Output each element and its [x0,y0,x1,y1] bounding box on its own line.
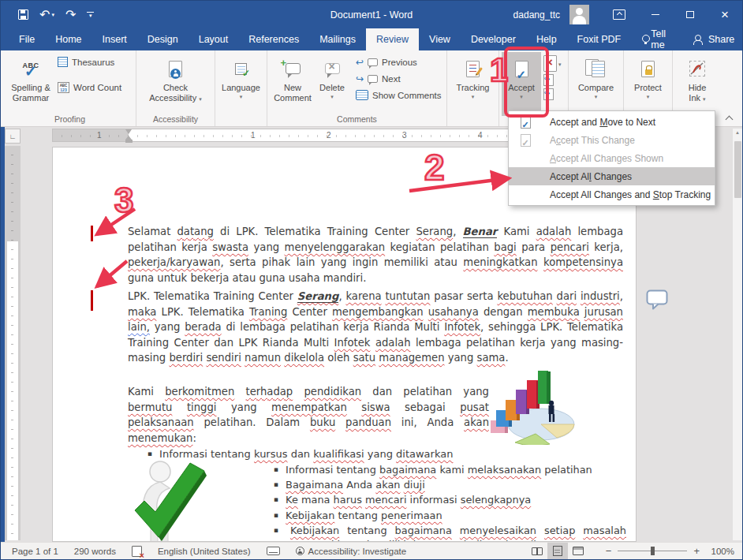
left-indent-marker[interactable] [125,140,133,143]
avatar[interactable] [569,5,589,24]
sub-bullet-item[interactable]: ▪Kebijakan tentang penerimaan [274,508,626,523]
collapse-ribbon-icon[interactable] [726,114,734,121]
account-name[interactable]: dadang_ttc [513,9,560,21]
zoom-level[interactable]: 100% [706,547,742,556]
tab-mailings[interactable]: Mailings [309,28,366,50]
next-change-icon [543,88,554,100]
redo-icon[interactable] [65,7,76,22]
next-comment-icon [356,73,364,84]
minimize-button[interactable] [638,1,673,28]
sub-bullet-item[interactable]: ▪Informasi tentang bagaimana kami melaks… [274,462,626,477]
tab-selector[interactable] [5,129,21,144]
tab-insert[interactable]: Insert [92,28,137,50]
tab-foxit-pdf[interactable]: Foxit PDF [567,28,632,50]
zoom-thumb[interactable] [651,547,655,555]
protect-button[interactable]: Protect [627,52,670,99]
save-icon[interactable] [18,9,28,20]
menu-item-accept-all-changes[interactable]: Accept All Changes [509,167,715,185]
web-layout-button[interactable] [568,543,588,559]
accessibility-status[interactable]: Accessibility: Investigate [296,547,407,556]
word-count-icon [58,82,69,93]
tab-references[interactable]: References [238,28,309,50]
scrollbar-thumb[interactable] [734,141,741,198]
lightbulb-icon [640,35,646,44]
page-indicator[interactable]: Page 1 of 1 [12,547,58,556]
keyboard-icon[interactable] [267,547,280,555]
protect-icon [641,61,655,77]
vertical-ruler[interactable] [5,146,21,540]
tracked-change-bar[interactable] [91,226,93,241]
pie-chart-clipart[interactable] [489,368,577,445]
tab-design[interactable]: Design [137,28,189,50]
menu-item-accept-all-changes-shown[interactable]: Accept All Changes Shown [509,149,715,167]
paragraph-3[interactable]: Kami berkomitmen terhadap pendidikan dan… [128,384,489,446]
share-button[interactable]: Share [679,28,743,50]
comment-bubble-icon[interactable] [646,289,670,311]
quick-access-toolbar [18,7,94,22]
new-comment-button[interactable]: NewComment [270,52,315,103]
thesaurus-button[interactable]: Thesaurus [55,55,124,69]
hide-ink-button[interactable]: Hide Ink [676,52,719,103]
zoom-slider[interactable]: − + [599,545,706,557]
accept-menu-item-icon: ✓ [521,116,531,129]
status-bar: Page 1 of 1 290 words English (United St… [1,542,742,559]
compare-button[interactable]: Compare [572,52,621,99]
group-comments: NewComment Delete Previous Next Show Com… [267,50,447,126]
document-page[interactable]: Selamat datang di LPK. Telematika Traini… [52,147,637,542]
tracked-change-bar[interactable] [91,290,93,311]
first-line-indent-marker[interactable] [125,129,132,134]
group-language: Language [215,50,267,126]
undo-icon[interactable] [39,7,54,22]
zoom-track[interactable] [618,551,687,552]
tab-view[interactable]: View [419,28,461,50]
bullet-item[interactable]: ▪Informasi tentang kursus dan kualifikas… [147,448,453,460]
sub-bullet-item[interactable]: ▪Bagaimana Anda akan diuji [274,477,626,492]
next-comment-button[interactable]: Next [353,72,444,86]
print-layout-button[interactable] [547,543,568,559]
spelling-grammar-button[interactable]: Spelling &Grammar [6,52,55,103]
tracking-button[interactable]: Tracking [450,52,496,99]
delete-comment-button[interactable]: Delete [315,52,349,99]
tab-help[interactable]: Help [526,28,567,50]
ribbon-display-options-icon[interactable] [613,9,625,20]
tab-file[interactable]: File [9,28,45,50]
menu-item-accept-all-changes-and-stop-tracking[interactable]: Accept All Changes and Stop Tracking [509,185,715,203]
word-count-indicator[interactable]: 290 words [74,547,116,556]
previous-comment-button[interactable]: Previous [353,55,444,69]
tell-me-box[interactable]: Tell me [631,28,679,50]
word-count-button[interactable]: Word Count [55,80,124,95]
accept-menu-item-icon: ✓ [521,134,531,147]
tab-developer[interactable]: Developer [461,28,526,50]
language-button[interactable]: Language [218,52,264,99]
menu-item-accept-and-move-to-next[interactable]: ✓Accept and Move to Next [509,113,715,131]
show-comments-button[interactable]: Show Comments [353,88,444,102]
close-button[interactable]: × [708,1,742,28]
scrollbar-up-icon[interactable] [733,130,742,135]
read-mode-button[interactable] [527,543,547,559]
accept-button[interactable]: Accept [502,52,541,116]
share-label: Share [708,34,734,45]
tab-home[interactable]: Home [45,28,91,50]
paragraph-2[interactable]: LPK. Telematika Training Center Serang, … [128,289,623,366]
zoom-out-icon[interactable]: − [599,545,618,557]
sub-bullet-item[interactable]: ▪Ke mana harus mencari informasi selengk… [274,492,626,507]
group-label-comments: Comments [270,114,444,126]
maximize-button[interactable] [673,1,708,28]
zoom-in-icon[interactable]: + [687,545,706,557]
reject-buttons[interactable] [543,52,566,100]
proofing-status-icon[interactable] [132,546,142,557]
hide-ink-icon [689,61,705,77]
sub-bullet-item[interactable]: ▪Kebijakan tentang bagaimana menyelesaik… [274,523,626,542]
check-accessibility-button[interactable]: Check Accessibility [140,52,212,103]
checkmark-figure-clipart[interactable] [132,460,211,542]
paragraph-1[interactable]: Selamat datang di LPK. Telematika Traini… [128,224,623,286]
sub-bullet-list[interactable]: ▪Informasi tentang bagaimana kami melaks… [274,462,626,542]
customize-qat-icon[interactable] [87,12,94,18]
tab-layout[interactable]: Layout [189,28,239,50]
vertical-scrollbar[interactable] [732,129,742,540]
undo-dropdown-icon[interactable] [51,12,54,18]
language-indicator[interactable]: English (United States) [158,547,251,556]
maximize-icon [686,11,694,18]
tab-review[interactable]: Review [366,28,419,50]
menu-item-accept-this-change[interactable]: ✓Accept This Change [509,131,715,149]
